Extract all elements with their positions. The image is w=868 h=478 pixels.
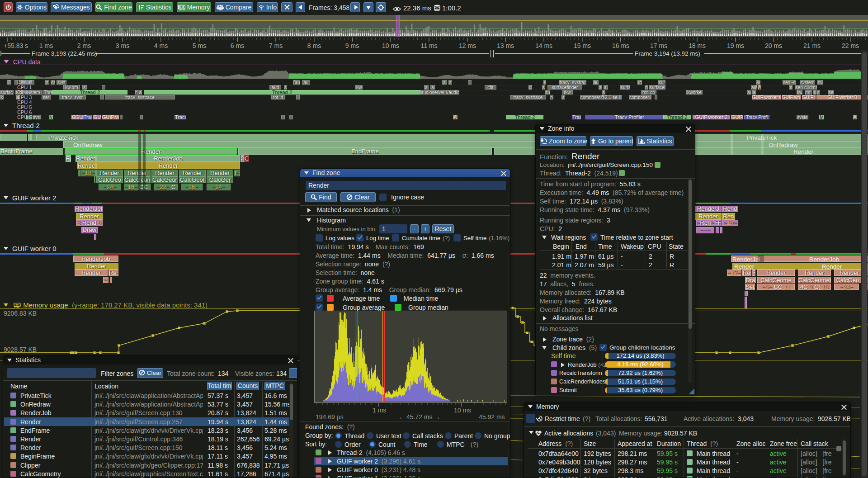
svg-text:20 ms: 20 ms — [765, 42, 782, 49]
svg-text:18 ms: 18 ms — [689, 42, 706, 49]
svg-text:4 ms: 4 ms — [154, 42, 168, 49]
svg-text:10 ms: 10 ms — [382, 42, 399, 49]
svg-text:21 ms: 21 ms — [803, 42, 821, 49]
svg-text:Frame 3,194 (13.92 ms): Frame 3,194 (13.92 ms) — [635, 50, 700, 57]
svg-text:6 ms: 6 ms — [231, 42, 244, 49]
svg-text:16 ms: 16 ms — [612, 42, 629, 49]
svg-text:2 ms: 2 ms — [77, 42, 91, 49]
svg-text:19 ms: 19 ms — [727, 42, 744, 49]
svg-text:1 ms: 1 ms — [39, 42, 53, 49]
svg-text:12 ms: 12 ms — [459, 42, 476, 49]
svg-text:14 ms: 14 ms — [535, 42, 552, 49]
svg-text:13 ms: 13 ms — [497, 42, 514, 49]
svg-text:9 ms: 9 ms — [345, 42, 359, 49]
svg-text:8 ms: 8 ms — [307, 42, 321, 49]
svg-text:15 ms: 15 ms — [574, 42, 591, 49]
svg-text:22 ms: 22 ms — [842, 42, 859, 49]
svg-text:Frame 3,193 (22.45 ms): Frame 3,193 (22.45 ms) — [32, 50, 97, 57]
svg-text:3 ms: 3 ms — [116, 42, 129, 49]
svg-text:17 ms: 17 ms — [650, 42, 667, 49]
svg-text:5 ms: 5 ms — [193, 42, 206, 49]
svg-text:+55.83 s: +55.83 s — [4, 42, 28, 49]
svg-text:11 ms: 11 ms — [420, 42, 437, 49]
svg-text:7 ms: 7 ms — [269, 42, 283, 49]
